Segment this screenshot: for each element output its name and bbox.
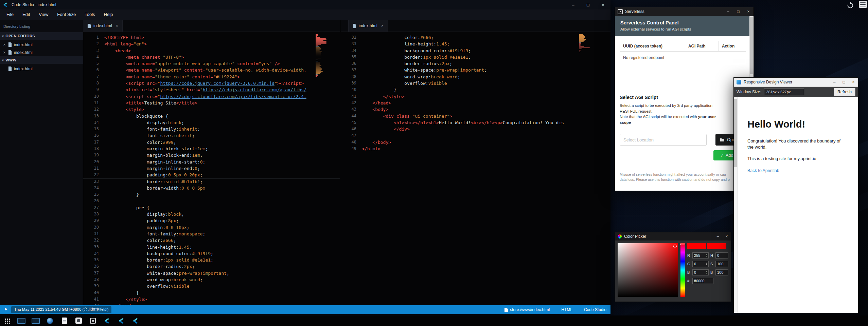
minimap[interactable] bbox=[579, 34, 591, 52]
code-line-29[interactable]: 29 padding:8px; bbox=[83, 217, 340, 224]
code-line-39[interactable]: 39 overflow:visible bbox=[83, 283, 340, 289]
taskbar-icon-browser[interactable] bbox=[46, 317, 54, 325]
maximize-icon[interactable]: □ bbox=[581, 0, 596, 9]
taskbar-icon-code-studio-3[interactable] bbox=[131, 317, 140, 325]
code-line-36[interactable]: 36 border-radius:2px; bbox=[83, 263, 340, 270]
channel-input-g[interactable]: 0▴▾ bbox=[692, 261, 709, 267]
code-line-11[interactable]: 11 <title>Testing Site</title> bbox=[83, 100, 340, 106]
code-line-31[interactable]: 31 font-family:monospace; bbox=[83, 231, 340, 237]
code-line-49[interactable]: 49</html> bbox=[341, 146, 610, 152]
code-line-33[interactable]: 33 line-height:1.45; bbox=[341, 41, 610, 47]
code-line-25[interactable]: 25 } bbox=[83, 191, 340, 198]
code-line-32[interactable]: 32 color:#666; bbox=[341, 34, 610, 41]
code-line-28[interactable]: 28 display:block; bbox=[83, 211, 340, 217]
code-editor[interactable]: 32 color:#666;33 line-height:1.45;34 bac… bbox=[341, 32, 610, 306]
sidebar-file-index-html[interactable]: ×index.html bbox=[0, 41, 83, 49]
menu-view[interactable]: View bbox=[34, 9, 53, 20]
code-line-45[interactable]: 45 <h1><br></h1><h1>Hello World!<br></h1… bbox=[341, 119, 610, 126]
hue-slider[interactable] bbox=[680, 243, 685, 297]
code-line-42[interactable]: 42 </head> bbox=[341, 100, 610, 106]
scrollbar-thumb[interactable] bbox=[750, 17, 753, 74]
minimap[interactable] bbox=[316, 34, 328, 77]
minimize-icon[interactable]: – bbox=[830, 78, 839, 87]
scrollbar[interactable] bbox=[734, 97, 738, 313]
loading-spinner-icon[interactable] bbox=[847, 2, 854, 9]
code-line-37[interactable]: 37 white-space:pre-wrap!important; bbox=[83, 270, 340, 276]
code-line-18[interactable]: 18 margin-block-start:1em; bbox=[83, 146, 340, 152]
code-line-4[interactable]: 4 <meta charset="UTF-8"> bbox=[83, 54, 340, 60]
code-line-46[interactable]: 46 </div> bbox=[341, 126, 610, 132]
code-line-33[interactable]: 33 line-height:1.45; bbox=[83, 244, 340, 250]
sidebar-section-open-editors[interactable]: ▾OPEN EDITORS bbox=[0, 32, 83, 40]
tab-close-icon[interactable]: × bbox=[116, 23, 118, 28]
taskbar-icon-window-1[interactable] bbox=[17, 317, 26, 325]
scrollbar-thumb[interactable] bbox=[734, 99, 737, 167]
taskbar-icon-code-studio-2[interactable] bbox=[117, 317, 126, 325]
code-line-34[interactable]: 34 background-color:#f9f9f9; bbox=[341, 47, 610, 54]
window-size-input[interactable] bbox=[764, 89, 804, 95]
close-icon[interactable]: × bbox=[3, 50, 6, 55]
code-line-9[interactable]: 9 <link rel="stylesheet" href="https://c… bbox=[83, 87, 340, 93]
code-line-26[interactable]: 26 bbox=[83, 198, 340, 204]
code-line-24[interactable]: 24 border-width:0 0 0 5px bbox=[83, 185, 340, 191]
code-line-35[interactable]: 35 border:1px solid #e1e1e1; bbox=[83, 257, 340, 263]
color-picker-titlebar[interactable]: Color Picker – × bbox=[615, 232, 731, 241]
code-line-15[interactable]: 15 font-family:inherit; bbox=[83, 126, 340, 132]
code-line-47[interactable]: 47 bbox=[341, 132, 610, 139]
back-link[interactable]: Back to Aprintlab bbox=[747, 168, 779, 173]
sidebar-file-index-html[interactable]: index.html bbox=[0, 65, 83, 73]
sidebar-section-www[interactable]: ▾WWW bbox=[0, 56, 83, 64]
code-line-44[interactable]: 44 <div class="ui container"> bbox=[341, 113, 610, 119]
code-line-38[interactable]: 38 word-wrap:break-word; bbox=[83, 276, 340, 283]
status-file[interactable]: store:/www/index.html bbox=[504, 307, 550, 312]
code-line-12[interactable]: 12 <style> bbox=[83, 106, 340, 113]
status-language[interactable]: HTML bbox=[561, 307, 572, 312]
code-line-1[interactable]: 1<!DOCTYPE html> bbox=[83, 34, 340, 41]
taskbar-icon-app[interactable] bbox=[74, 317, 83, 325]
saturation-cursor[interactable] bbox=[673, 245, 677, 248]
minimize-icon[interactable]: – bbox=[723, 7, 733, 16]
maximize-icon[interactable]: □ bbox=[733, 7, 743, 16]
menu-tools[interactable]: Tools bbox=[80, 9, 99, 20]
code-line-38[interactable]: 38 word-wrap:break-word; bbox=[341, 74, 610, 80]
maximize-icon[interactable]: □ bbox=[839, 78, 849, 87]
menu-edit[interactable]: Edit bbox=[18, 9, 34, 20]
close-icon[interactable]: × bbox=[722, 232, 731, 241]
close-icon[interactable]: × bbox=[743, 7, 754, 16]
tab-index-html[interactable]: index.html× bbox=[83, 20, 123, 32]
taskbar-icon-document[interactable] bbox=[60, 317, 69, 325]
close-icon[interactable]: × bbox=[849, 78, 858, 87]
code-editor[interactable]: 1<!DOCTYPE html>2<html lang="en">3 <head… bbox=[83, 32, 340, 306]
code-line-23[interactable]: 23 border:solid #b1b1b1; bbox=[83, 178, 340, 185]
code-line-20[interactable]: 20 margin-inline-start:0; bbox=[83, 159, 340, 165]
channel-input-b[interactable]: 0▴▾ bbox=[692, 269, 709, 275]
sidebar-file-index-html[interactable]: ×index.html bbox=[0, 49, 83, 56]
code-line-36[interactable]: 36 border-radius:2px; bbox=[341, 60, 610, 67]
code-line-40[interactable]: 40 } bbox=[83, 290, 340, 296]
code-line-16[interactable]: 16 font-size:inherit; bbox=[83, 132, 340, 139]
menu-font-size[interactable]: Font Size bbox=[53, 9, 80, 20]
responsive-viewer-titlebar[interactable]: Responsive Design Viewer – □ × bbox=[734, 78, 858, 87]
code-line-48[interactable]: 48 </body> bbox=[341, 139, 610, 146]
taskbar-icon-app-launcher[interactable] bbox=[3, 317, 12, 325]
code-line-21[interactable]: 21 margin-inline-end:0; bbox=[83, 165, 340, 172]
menu-help[interactable]: Help bbox=[100, 9, 118, 20]
code-line-41[interactable]: 41 </style> bbox=[83, 296, 340, 303]
saturation-field[interactable] bbox=[618, 243, 678, 297]
close-icon[interactable]: × bbox=[3, 42, 6, 47]
code-line-6[interactable]: 6 <meta name="viewport" content="user-sc… bbox=[83, 67, 340, 73]
title-bar[interactable]: Code Studio - index.html – □ × bbox=[0, 0, 610, 9]
status-app-name[interactable]: Code Studio bbox=[584, 307, 606, 312]
channel-input-b-b[interactable]: 100 bbox=[715, 269, 728, 275]
channel-input-r[interactable]: 255▴▾ bbox=[692, 252, 709, 258]
refresh-button[interactable]: Refresh bbox=[834, 88, 855, 96]
code-line-7[interactable]: 7 <meta name="theme-color" content="#ff9… bbox=[83, 74, 340, 80]
channel-input-r-h[interactable]: 0 bbox=[715, 252, 728, 258]
menu-file[interactable]: File bbox=[2, 9, 18, 20]
minimize-icon[interactable]: – bbox=[566, 0, 581, 9]
code-line-14[interactable]: 14 display:block; bbox=[83, 119, 340, 126]
code-line-27[interactable]: 27 pre { bbox=[83, 205, 340, 211]
serverless-titlebar[interactable]: Serverless – □ × bbox=[615, 7, 754, 16]
code-line-30[interactable]: 30 margin:0 0 10px; bbox=[83, 224, 340, 231]
minimize-icon[interactable]: – bbox=[713, 232, 722, 241]
